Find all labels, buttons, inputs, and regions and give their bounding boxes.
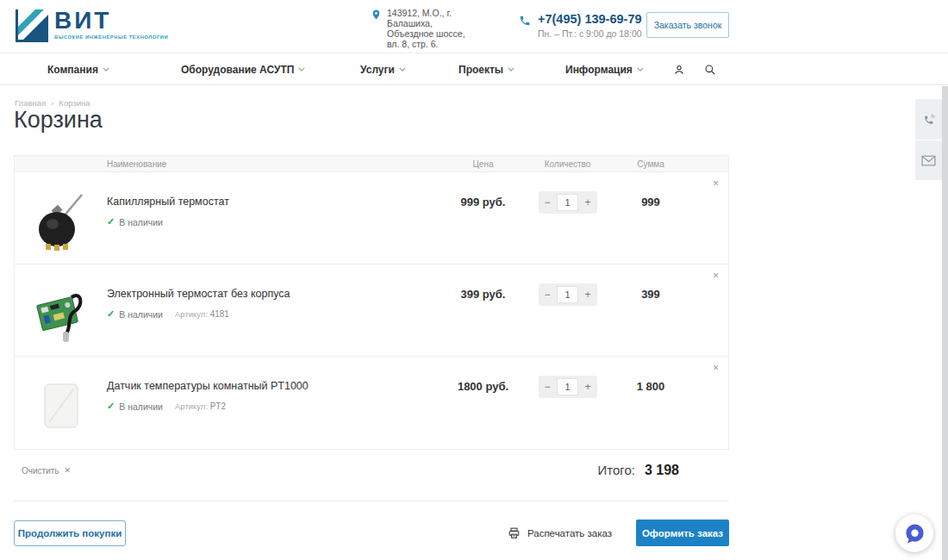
column-price: Цена: [439, 159, 527, 169]
quantity-input[interactable]: [557, 194, 578, 211]
chevron-down-icon: [637, 67, 644, 72]
company-logo[interactable]: ВИТ ВЫСОКИЕ ИНЖЕНЕРНЫЕ ТЕХНОЛОГИИ: [14, 8, 168, 46]
chevron-down-icon: [298, 67, 305, 72]
column-name: Наименование: [107, 159, 439, 169]
quantity-stepper: − +: [539, 376, 597, 398]
location-pin-icon: [371, 8, 382, 49]
column-quantity: Количество: [527, 159, 608, 169]
main-nav: Компания Оборудование АСУТП Услуги Проек…: [0, 53, 948, 85]
product-sum: 399: [608, 288, 694, 356]
clear-icon: ✕: [65, 466, 72, 475]
nav-label: Оборудование АСУТП: [181, 64, 294, 76]
account-button[interactable]: [670, 61, 688, 78]
increase-quantity-button[interactable]: +: [584, 382, 590, 392]
cart-table: Наименование Цена Количество Сумма: [14, 155, 729, 450]
clear-cart-button[interactable]: Очистить ✕: [22, 466, 71, 476]
cart-row: Электронный термостат без корпуса ✓ В на…: [15, 264, 728, 357]
printer-icon: [508, 527, 521, 539]
chevron-down-icon: [103, 67, 109, 72]
phone-icon: [519, 15, 531, 39]
header-phone: +7(495) 139-69-79 Пн. – Пт.: с 9:00 до 1…: [519, 13, 642, 39]
search-icon: [704, 64, 716, 76]
product-price: 399 руб.: [439, 288, 527, 356]
nav-label: Компания: [47, 64, 98, 76]
header-address: 143912, М.О., г. Балашиха, Объездное шос…: [371, 8, 473, 49]
product-price: 1800 руб.: [439, 380, 527, 449]
email-side-button[interactable]: [915, 140, 942, 180]
product-image-capillary-thermostat[interactable]: [32, 190, 90, 252]
increase-quantity-button[interactable]: +: [584, 289, 590, 300]
decrease-quantity-button[interactable]: −: [545, 197, 551, 208]
availability-status: ✓ В наличии: [107, 401, 163, 412]
checkout-button[interactable]: Оформить заказ: [636, 520, 729, 546]
cart-row: Капиллярный термостат ✓ В наличии 999 ру…: [15, 172, 728, 264]
decrease-quantity-button[interactable]: −: [545, 382, 551, 392]
continue-shopping-button[interactable]: Продолжить покупки: [14, 520, 126, 546]
envelope-icon: [921, 155, 936, 166]
product-sku: Артикул: PT2: [175, 401, 226, 411]
cart-table-header: Наименование Цена Количество Сумма: [15, 156, 728, 172]
nav-label: Проекты: [458, 64, 503, 76]
remove-item-icon[interactable]: ×: [713, 177, 719, 190]
increase-quantity-button[interactable]: +: [584, 197, 590, 208]
nav-item-information[interactable]: Информация: [565, 53, 644, 85]
phone-ring-icon: [922, 113, 936, 127]
nav-label: Услуги: [360, 64, 395, 76]
nav-item-equipment[interactable]: Оборудование АСУТП: [181, 53, 305, 85]
total-label: Итого:: [597, 463, 634, 477]
product-name[interactable]: Электронный термостат без корпуса: [107, 288, 439, 300]
address-text: 143912, М.О., г. Балашиха, Объездное шос…: [387, 8, 473, 49]
contact-side-panel: [915, 99, 942, 180]
remove-item-icon[interactable]: ×: [713, 270, 719, 282]
quantity-stepper: − +: [539, 191, 597, 214]
remove-item-icon[interactable]: ×: [713, 362, 719, 374]
product-price: 999 руб.: [439, 196, 527, 264]
check-icon: ✓: [107, 216, 115, 227]
total-value: 3 198: [645, 463, 679, 478]
request-call-button[interactable]: Заказать звонок: [646, 12, 729, 38]
callback-side-button[interactable]: [915, 99, 942, 140]
product-sku: Артикул: 4181: [175, 309, 229, 319]
site-header: ВИТ ВЫСОКИЕ ИНЖЕНЕРНЫЕ ТЕХНОЛОГИИ 143912…: [0, 0, 948, 53]
product-name[interactable]: Датчик температуры комнатный PT1000: [107, 380, 439, 392]
page-title: Корзина: [14, 107, 103, 134]
cart-actions: Продолжить покупки Распечатать заказ Офо…: [14, 520, 729, 546]
cart-page: ВИТ ВЫСОКИЕ ИНЖЕНЕРНЫЕ ТЕХНОЛОГИИ 143912…: [0, 0, 948, 560]
user-icon: [673, 64, 685, 76]
product-sum: 999: [608, 196, 694, 264]
quantity-stepper: − +: [539, 283, 597, 306]
availability-status: ✓ В наличии: [107, 216, 163, 227]
product-image-electronic-thermostat[interactable]: [32, 282, 90, 344]
divider: [14, 501, 729, 501]
chat-widget-button[interactable]: [895, 514, 933, 552]
product-image-room-sensor[interactable]: [32, 374, 90, 436]
phone-number[interactable]: +7(495) 139-69-79: [538, 13, 642, 26]
decrease-quantity-button[interactable]: −: [545, 289, 551, 300]
quantity-input[interactable]: [557, 378, 578, 395]
logo-tagline: ВЫСОКИЕ ИНЖЕНЕРНЫЕ ТЕХНОЛОГИИ: [54, 34, 168, 40]
nav-item-company[interactable]: Компания: [47, 53, 109, 85]
nav-item-services[interactable]: Услуги: [360, 53, 406, 85]
chevron-down-icon: [508, 67, 515, 72]
scrollbar-track[interactable]: [942, 86, 948, 560]
working-hours: Пн. – Пт.: с 9:00 до 18:00: [538, 28, 642, 39]
quantity-input[interactable]: [557, 286, 578, 303]
product-sum: 1 800: [608, 380, 694, 449]
print-order-button[interactable]: Распечатать заказ: [508, 527, 612, 539]
product-name[interactable]: Капиллярный термостат: [107, 196, 439, 208]
cart-summary: Очистить ✕ Итого: 3 198: [14, 463, 729, 478]
check-icon: ✓: [107, 308, 115, 320]
cart-row: Датчик температуры комнатный PT1000 ✓ В …: [15, 357, 728, 449]
logo-title: ВИТ: [54, 8, 168, 34]
availability-status: ✓ В наличии: [107, 308, 163, 320]
search-button[interactable]: [702, 61, 719, 78]
check-icon: ✓: [107, 401, 115, 412]
nav-item-projects[interactable]: Проекты: [458, 53, 515, 85]
chat-bubble-icon: [903, 522, 926, 545]
logo-icon: [14, 8, 48, 46]
nav-label: Информация: [565, 64, 633, 76]
column-sum: Сумма: [608, 159, 694, 169]
chevron-down-icon: [399, 67, 406, 72]
